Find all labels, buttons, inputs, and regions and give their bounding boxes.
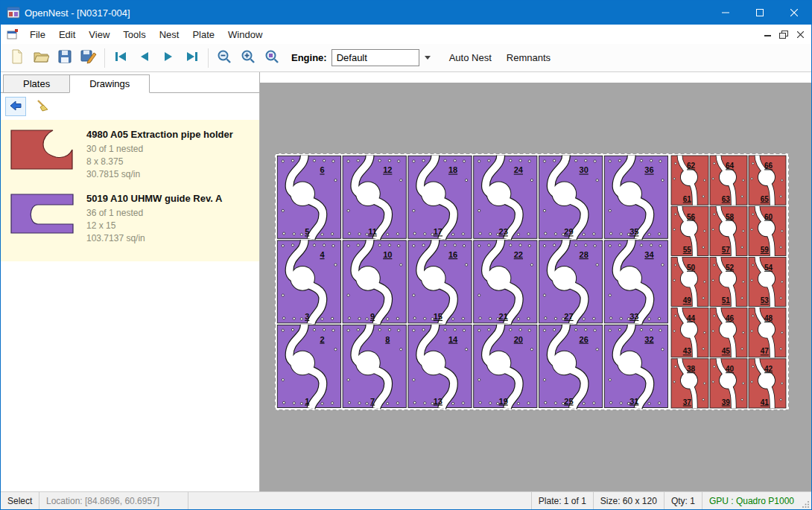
nested-part-pair-purple[interactable]: 87 xyxy=(343,325,406,408)
plate[interactable]: 6512111817242330293635431091615222128273… xyxy=(275,153,789,410)
toolbar-separator xyxy=(208,48,209,68)
part-number: 52 xyxy=(726,264,735,272)
nested-part-pair-purple[interactable]: 3433 xyxy=(604,240,667,323)
part-number: 51 xyxy=(722,296,731,305)
nested-part-pair-red[interactable]: 5049 xyxy=(671,257,708,307)
status-bar: Select Location: [84.8696, 60.6957] Plat… xyxy=(1,491,811,509)
drawing-item[interactable]: 5019 A10 UHMW guide Rev. A 36 of 1 neste… xyxy=(7,190,253,245)
part-number: 5 xyxy=(305,227,309,236)
part-number: 59 xyxy=(761,246,770,254)
nested-part-pair-red[interactable]: 4443 xyxy=(671,307,708,357)
nested-part-pair-purple[interactable]: 3635 xyxy=(604,156,667,239)
part-number: 28 xyxy=(580,250,589,259)
engine-select[interactable]: Default xyxy=(332,49,419,66)
mdi-minimize-button[interactable] xyxy=(759,27,775,42)
auto-nest-button[interactable]: Auto Nest xyxy=(445,49,496,66)
new-file-button[interactable] xyxy=(5,46,29,70)
menu-plate[interactable]: Plate xyxy=(185,26,221,43)
mdi-restore-button[interactable] xyxy=(775,27,792,42)
save-as-button[interactable] xyxy=(77,46,101,70)
part-number: 15 xyxy=(434,312,443,321)
remnants-button[interactable]: Remnants xyxy=(502,49,555,66)
nested-part-pair-purple[interactable]: 65 xyxy=(277,156,340,239)
nest-canvas[interactable]: 6512111817242330293635431091615222128273… xyxy=(260,72,811,491)
nested-part-pair-red[interactable]: 6665 xyxy=(749,156,786,205)
nav-last-icon xyxy=(185,51,200,65)
engine-label: Engine: xyxy=(291,52,327,63)
send-to-nest-button[interactable] xyxy=(5,97,26,116)
clear-button[interactable] xyxy=(32,97,53,116)
nested-part-pair-purple[interactable]: 1413 xyxy=(408,325,472,408)
part-number: 34 xyxy=(644,250,654,259)
open-file-button[interactable] xyxy=(29,46,53,70)
minimize-button[interactable] xyxy=(708,1,743,25)
part-number: 65 xyxy=(761,195,770,203)
nav-first-button[interactable] xyxy=(109,46,133,70)
zoom-in-button[interactable] xyxy=(236,46,260,70)
save-icon xyxy=(57,49,72,66)
nested-part-pair-purple[interactable]: 2625 xyxy=(539,325,603,408)
nested-part-pair-red[interactable]: 3837 xyxy=(671,358,708,408)
nested-part-pair-red[interactable]: 6059 xyxy=(749,206,786,256)
nested-part-pair-red[interactable]: 5655 xyxy=(671,206,708,256)
nav-last-button[interactable] xyxy=(180,46,204,70)
maximize-button[interactable] xyxy=(743,1,777,25)
zoom-out-button[interactable] xyxy=(212,46,236,70)
status-size: Size: 60 x 120 xyxy=(593,492,664,509)
part-number: 66 xyxy=(764,162,773,170)
nested-part-pair-purple[interactable]: 3231 xyxy=(604,325,667,408)
nested-part-pair-red[interactable]: 4645 xyxy=(710,307,747,357)
nested-part-pair-purple[interactable]: 1615 xyxy=(408,240,472,323)
nested-part-pair-red[interactable]: 5453 xyxy=(749,257,786,307)
nested-part-pair-purple[interactable]: 1817 xyxy=(408,156,472,239)
nested-part-pair-red[interactable]: 4241 xyxy=(749,358,786,408)
save-button[interactable] xyxy=(53,46,77,70)
title-bar: OpenNest - [N0317-004] xyxy=(1,1,811,25)
nav-next-button[interactable] xyxy=(156,46,180,70)
menu-tools[interactable]: Tools xyxy=(116,26,152,43)
part-number: 56 xyxy=(687,213,696,221)
nested-part-pair-purple[interactable]: 1211 xyxy=(343,156,406,239)
canvas-background[interactable]: 6512111817242330293635431091615222128273… xyxy=(260,83,811,491)
nested-part-pair-purple[interactable]: 2827 xyxy=(539,240,603,323)
part-number: 49 xyxy=(683,296,692,305)
drawing-item[interactable]: 4980 A05 Extraction pipe holder 30 of 1 … xyxy=(7,126,253,181)
close-button[interactable] xyxy=(777,1,811,25)
menu-nest[interactable]: Nest xyxy=(153,26,186,43)
part-number: 48 xyxy=(764,314,773,322)
menu-view[interactable]: View xyxy=(82,26,116,43)
drawing-area: 30.7815 sq/in xyxy=(86,168,233,181)
nested-part-pair-purple[interactable]: 2423 xyxy=(474,156,537,239)
tab-drawings[interactable]: Drawings xyxy=(69,74,150,93)
nav-previous-button[interactable] xyxy=(133,46,156,70)
part-number: 62 xyxy=(687,162,696,170)
nested-part-pair-purple[interactable]: 109 xyxy=(343,240,406,323)
mdi-close-button[interactable] xyxy=(792,27,808,42)
part-number: 11 xyxy=(368,227,377,236)
drawing-size: 8 x 8.375 xyxy=(86,156,233,168)
resize-grip[interactable] xyxy=(801,492,811,509)
part-number: 30 xyxy=(580,165,589,174)
blue-arrow-icon xyxy=(9,100,22,114)
nested-part-pair-purple[interactable]: 3029 xyxy=(539,156,603,239)
nested-part-pair-red[interactable]: 4847 xyxy=(749,307,786,357)
drawings-list: 4980 A05 Extraction pipe holder 30 of 1 … xyxy=(1,120,259,261)
zoom-fit-button[interactable] xyxy=(260,46,284,70)
nested-part-pair-red[interactable]: 5857 xyxy=(710,206,747,256)
part-number: 1 xyxy=(305,397,309,406)
nested-part-pair-purple[interactable]: 2019 xyxy=(474,325,537,408)
menu-edit[interactable]: Edit xyxy=(52,26,82,43)
menu-file[interactable]: File xyxy=(23,26,52,43)
nested-part-pair-purple[interactable]: 21 xyxy=(277,325,340,408)
nested-part-pair-red[interactable]: 4039 xyxy=(710,358,747,408)
nested-part-pair-purple[interactable]: 43 xyxy=(277,240,340,323)
tab-plates[interactable]: Plates xyxy=(3,74,70,93)
menu-window[interactable]: Window xyxy=(221,26,269,43)
part-number: 16 xyxy=(448,250,457,259)
nested-part-pair-red[interactable]: 5251 xyxy=(710,257,747,307)
part-number: 47 xyxy=(761,347,770,355)
nested-part-pair-red[interactable]: 6463 xyxy=(710,156,747,205)
nested-part-pair-red[interactable]: 6261 xyxy=(671,156,708,205)
status-location: Location: [84.8696, 60.6957] xyxy=(39,492,188,509)
nested-part-pair-purple[interactable]: 2221 xyxy=(474,240,537,323)
